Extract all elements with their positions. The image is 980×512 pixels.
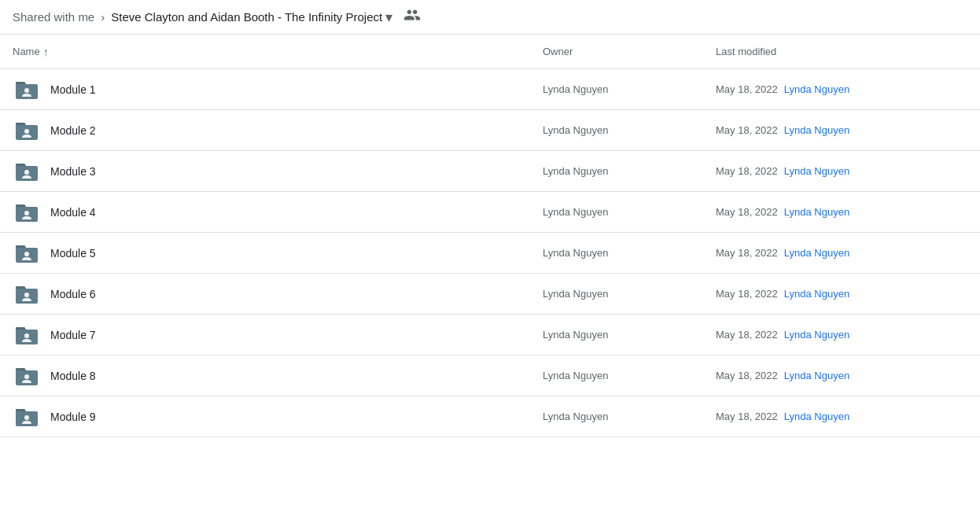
cell-owner: Lynda Nguyen [543,83,716,95]
shared-folder-icon [14,79,39,101]
cell-modified: May 18, 2022 Lynda Nguyen [716,165,967,177]
file-name: Module 1 [50,83,96,96]
shared-folder-icon [14,406,39,428]
modified-date: May 18, 2022 [716,83,778,95]
folder-icon-wrapper [13,403,41,431]
cell-owner: Lynda Nguyen [543,411,716,422]
cell-modified: May 18, 2022 Lynda Nguyen [716,370,967,381]
modified-by: Lynda Nguyen [784,329,849,341]
cell-name: Module 9 [13,403,543,431]
table-body: Module 1 Lynda Nguyen May 18, 2022 Lynda… [0,69,980,437]
svg-point-7 [24,374,29,379]
shared-folder-icon [14,201,39,223]
table-row[interactable]: Module 9 Lynda Nguyen May 18, 2022 Lynda… [0,396,980,437]
folder-icon-wrapper [13,321,41,349]
cell-owner: Lynda Nguyen [543,370,716,381]
cell-name: Module 3 [13,157,543,186]
shared-folder-icon [14,242,39,264]
file-name: Module 3 [50,165,96,178]
table-row[interactable]: Module 8 Lynda Nguyen May 18, 2022 Lynda… [0,355,980,396]
file-name: Module 9 [50,411,96,423]
file-name: Module 4 [50,206,96,219]
modified-date: May 18, 2022 [716,124,778,136]
people-icon[interactable] [403,6,421,28]
cell-name: Module 4 [13,198,543,227]
modified-date: May 18, 2022 [716,370,778,381]
modified-date: May 18, 2022 [716,288,778,300]
cell-modified: May 18, 2022 Lynda Nguyen [716,247,967,259]
table-row[interactable]: Module 4 Lynda Nguyen May 18, 2022 Lynda… [0,192,980,233]
modified-by: Lynda Nguyen [784,83,849,95]
breadcrumb-dropdown-icon[interactable]: ▾ [385,9,392,26]
modified-by: Lynda Nguyen [784,124,849,136]
cell-name: Module 7 [13,321,543,349]
column-header-owner[interactable]: Owner [543,46,716,57]
modified-by: Lynda Nguyen [784,288,849,300]
table-header: Name ↑ Owner Last modified [0,35,980,69]
shared-folder-icon [14,324,39,346]
modified-by: Lynda Nguyen [784,411,849,422]
folder-icon-wrapper [13,239,41,267]
cell-modified: May 18, 2022 Lynda Nguyen [716,329,967,341]
table-row[interactable]: Module 2 Lynda Nguyen May 18, 2022 Lynda… [0,110,980,151]
cell-modified: May 18, 2022 Lynda Nguyen [716,124,967,136]
cell-modified: May 18, 2022 Lynda Nguyen [716,411,967,422]
svg-point-3 [24,211,29,215]
cell-name: Module 1 [13,76,543,104]
modified-by: Lynda Nguyen [784,370,849,381]
modified-by: Lynda Nguyen [784,165,849,177]
file-name: Module 5 [50,247,96,260]
folder-icon-wrapper [13,280,41,308]
modified-date: May 18, 2022 [716,206,778,218]
svg-point-5 [24,293,29,297]
folder-icon-wrapper [13,157,41,186]
breadcrumb-current-label: Steve Clayton and Aidan Booth - The Infi… [111,10,382,24]
cell-owner: Lynda Nguyen [543,288,716,300]
folder-icon-wrapper [13,198,41,227]
file-name: Module 2 [50,124,96,137]
cell-owner: Lynda Nguyen [543,329,716,341]
modified-date: May 18, 2022 [716,411,778,422]
folder-icon-wrapper [13,362,41,390]
cell-name: Module 8 [13,362,543,390]
svg-point-0 [24,88,29,93]
svg-point-6 [24,333,29,338]
breadcrumb-parent[interactable]: Shared with me [13,10,94,24]
table-row[interactable]: Module 6 Lynda Nguyen May 18, 2022 Lynda… [0,274,980,315]
sort-icon: ↑ [43,46,49,58]
cell-name: Module 5 [13,239,543,267]
svg-point-1 [24,129,29,134]
cell-name: Module 6 [13,280,543,308]
svg-point-2 [24,170,29,175]
modified-date: May 18, 2022 [716,329,778,341]
shared-folder-icon [14,365,39,387]
cell-owner: Lynda Nguyen [543,124,716,136]
breadcrumb-chevron-icon: › [101,10,105,24]
column-header-name[interactable]: Name ↑ [13,46,543,58]
shared-folder-icon [14,120,39,142]
file-name: Module 7 [50,329,96,341]
breadcrumb-current[interactable]: Steve Clayton and Aidan Booth - The Infi… [111,9,392,26]
svg-point-4 [24,252,29,256]
cell-owner: Lynda Nguyen [543,206,716,218]
cell-modified: May 18, 2022 Lynda Nguyen [716,288,967,300]
cell-modified: May 18, 2022 Lynda Nguyen [716,206,967,218]
svg-point-8 [24,415,29,420]
cell-modified: May 18, 2022 Lynda Nguyen [716,83,967,95]
cell-owner: Lynda Nguyen [543,247,716,259]
cell-owner: Lynda Nguyen [543,165,716,177]
folder-icon-wrapper [13,116,41,145]
modified-date: May 18, 2022 [716,165,778,177]
modified-by: Lynda Nguyen [784,206,849,218]
table-row[interactable]: Module 1 Lynda Nguyen May 18, 2022 Lynda… [0,69,980,110]
breadcrumb-bar: Shared with me › Steve Clayton and Aidan… [0,0,980,35]
folder-icon-wrapper [13,76,41,104]
cell-name: Module 2 [13,116,543,145]
table-row[interactable]: Module 5 Lynda Nguyen May 18, 2022 Lynda… [0,233,980,274]
column-header-modified[interactable]: Last modified [716,46,967,57]
table-row[interactable]: Module 3 Lynda Nguyen May 18, 2022 Lynda… [0,151,980,192]
file-name: Module 6 [50,288,96,300]
table-row[interactable]: Module 7 Lynda Nguyen May 18, 2022 Lynda… [0,315,980,355]
file-name: Module 8 [50,370,96,382]
shared-folder-icon [14,160,39,182]
